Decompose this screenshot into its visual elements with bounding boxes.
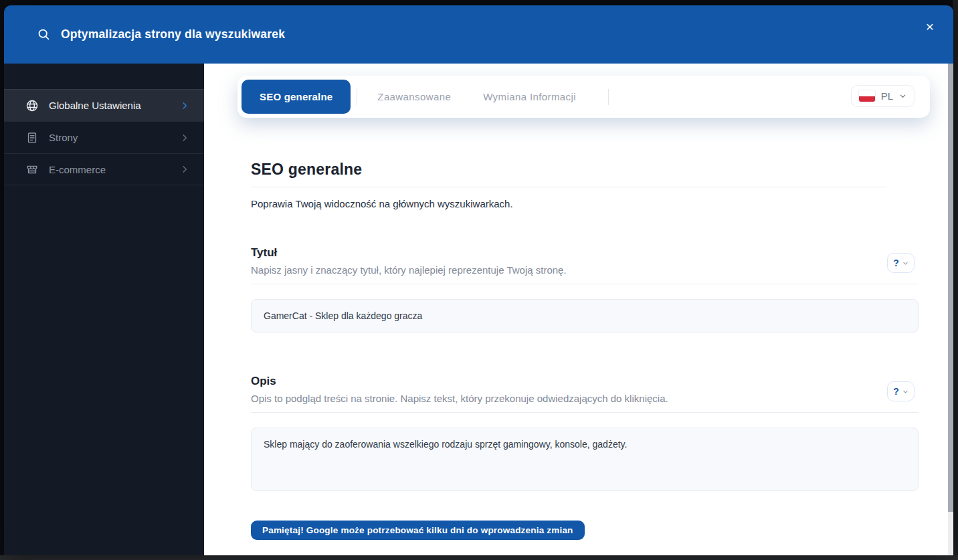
title-section-label: Tytuł [251, 246, 920, 260]
description-help-button[interactable]: ? [887, 381, 915, 401]
title-section: Tytuł Napisz jasny i znaczący tytuł, któ… [251, 246, 920, 333]
content-panel: SEO generalne Zaawansowane Wymiana Infor… [204, 64, 948, 555]
sidebar-item-pages[interactable]: Strony [4, 121, 204, 153]
description-section-label: Opis [251, 375, 920, 388]
title-help-button[interactable]: ? [887, 253, 915, 273]
divider [251, 412, 919, 413]
language-code: PL [881, 90, 893, 102]
close-icon[interactable]: × [919, 16, 941, 37]
page-subtitle: Poprawia Twoją widoczność na głównych wy… [251, 198, 920, 209]
sidebar-item-label: Globalne Ustawienia [49, 100, 170, 111]
scrollbar-thumb[interactable] [948, 64, 953, 512]
chevron-down-icon [902, 260, 908, 266]
question-icon: ? [893, 386, 899, 397]
tab-seo-general[interactable]: SEO generalne [242, 80, 351, 114]
sidebar: Globalne Ustawienia Strony [4, 64, 204, 555]
tab-advanced[interactable]: Zaawansowane [377, 91, 451, 102]
seo-settings-modal: Optymalizacja strony dla wyszukiwarek × … [4, 5, 953, 555]
sidebar-item-label: E-commerce [49, 164, 170, 175]
modal-title: Optymalizacja strony dla wyszukiwarek [61, 27, 285, 41]
google-delay-note-badge: Pamiętaj! Google może potrzebować kilku … [251, 521, 585, 540]
storefront-icon [25, 163, 39, 176]
chevron-right-icon [180, 133, 189, 143]
chevron-down-icon [902, 389, 908, 395]
tab-divider [608, 89, 609, 105]
globe-icon [25, 99, 39, 112]
question-icon: ? [893, 258, 899, 268]
chevron-right-icon [180, 101, 189, 110]
divider [251, 284, 919, 284]
tab-divider [357, 89, 357, 105]
page-title: SEO generalne [251, 161, 920, 179]
poland-flag-icon [859, 90, 875, 102]
sidebar-item-label: Strony [49, 132, 170, 143]
divider [251, 187, 886, 187]
title-section-description: Napisz jasny i znaczący tytuł, który naj… [251, 264, 920, 276]
language-selector[interactable]: PL [851, 85, 915, 107]
site-title-input[interactable] [251, 299, 919, 333]
pages-icon [25, 131, 39, 145]
modal-scrollbar[interactable] [948, 64, 953, 555]
modal-header: Optymalizacja strony dla wyszukiwarek × [4, 5, 953, 64]
sidebar-item-global-settings[interactable]: Globalne Ustawienia [4, 89, 204, 121]
description-section-description: Opis to podgląd treści na stronie. Napis… [251, 393, 920, 404]
site-description-textarea[interactable]: Sklep mający do zaoferowania wszelkiego … [251, 428, 919, 491]
chevron-right-icon [180, 165, 189, 174]
seo-general-page: SEO generalne Poprawia Twoją widoczność … [251, 161, 920, 540]
search-icon [37, 27, 51, 41]
page-backdrop-right [953, 0, 958, 555]
page-backdrop-bottom [0, 555, 958, 560]
tab-information-exchange[interactable]: Wymiana Informacji [483, 91, 576, 102]
sidebar-item-ecommerce[interactable]: E-commerce [4, 153, 204, 185]
tab-bar: SEO generalne Zaawansowane Wymiana Infor… [237, 76, 930, 118]
description-section: Opis Opis to podgląd treści na stronie. … [251, 375, 920, 494]
chevron-down-icon [899, 92, 906, 100]
